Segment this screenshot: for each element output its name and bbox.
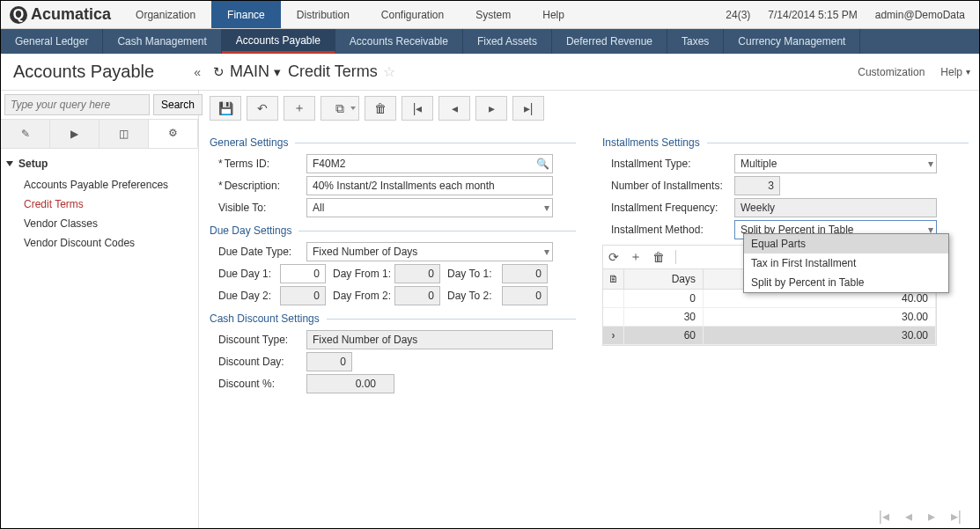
due-date-type-select[interactable] <box>306 242 553 261</box>
topnav-finance[interactable]: Finance <box>211 1 281 28</box>
topnav-distribution[interactable]: Distribution <box>281 1 365 28</box>
copy-icon: ⧉ <box>335 101 344 116</box>
inst-method-option-tax-first[interactable]: Tax in First Installment <box>744 253 948 273</box>
day-to1-input <box>502 264 548 283</box>
description-input[interactable] <box>306 176 553 195</box>
label-discount-type: Discount Type: <box>210 334 306 346</box>
label-terms-id: *Terms ID: <box>210 158 306 170</box>
pager: |◂ ◂ ▸ ▸| <box>879 508 962 525</box>
topbar: Q Acumatica Organization Finance Distrib… <box>1 1 979 29</box>
label-num-inst: Number of Installments: <box>602 180 734 192</box>
num-inst-input <box>734 176 780 195</box>
tree-item-vendor-discount-codes[interactable]: Vendor Discount Codes <box>6 233 193 253</box>
undo-icon: ↶ <box>257 101 268 115</box>
help-dropdown[interactable]: Help ▾ <box>940 66 970 78</box>
first-button[interactable]: |◂ <box>402 96 433 121</box>
table-refresh-icon[interactable]: ⟳ <box>608 250 619 264</box>
subnav-general-ledger[interactable]: General Ledger <box>1 29 103 54</box>
brand-text: Acumatica <box>31 5 111 24</box>
next-button[interactable]: ▸ <box>475 96 507 121</box>
visible-to-select[interactable] <box>306 198 553 217</box>
delete-button[interactable]: 🗑 <box>365 96 396 121</box>
favorite-star-icon[interactable]: ☆ <box>383 63 395 80</box>
caret-down-icon <box>6 161 13 166</box>
breadcrumb-main[interactable]: MAIN ▾ <box>230 62 281 81</box>
tree-item-credit-terms[interactable]: Credit Terms <box>6 195 193 214</box>
sidebar-tab-settings[interactable]: ⚙ <box>149 120 198 148</box>
refresh-icon[interactable]: ↻ <box>213 64 225 80</box>
inst-freq-select <box>734 198 937 217</box>
search-input[interactable] <box>4 94 150 115</box>
pager-last-icon[interactable]: ▸| <box>951 508 962 525</box>
tree: Setup Accounts Payable Preferences Credi… <box>1 149 198 261</box>
label-day-to2: Day To 2: <box>440 290 502 302</box>
table-delete-icon[interactable]: 🗑 <box>652 250 665 264</box>
right-column: Installments Settings Installment Type: … <box>602 129 969 396</box>
label-day-to1: Day To 1: <box>440 268 502 280</box>
row-selector-header: 🗎 <box>603 269 624 289</box>
subnav-deferred-revenue[interactable]: Deferred Revenue <box>552 29 667 54</box>
label-discount-pct: Discount %: <box>210 378 306 390</box>
due-day2-input <box>280 286 326 305</box>
topbar-right: 24(3) 7/14/2014 5:15 PM admin@DemoData <box>726 9 979 21</box>
discount-pct-input <box>306 374 394 393</box>
add-button[interactable]: ＋ <box>284 96 315 121</box>
collapse-sidebar-icon[interactable]: « <box>194 65 201 79</box>
inst-type-select[interactable] <box>734 154 937 173</box>
table-row[interactable]: 60 30.00 <box>603 327 936 345</box>
subnav-taxes[interactable]: Taxes <box>667 29 724 54</box>
last-icon: ▸| <box>524 101 534 115</box>
notification-count[interactable]: 24(3) <box>726 9 750 21</box>
discount-day-input <box>306 352 352 371</box>
brand-logo: Q Acumatica <box>1 5 120 24</box>
subnav-accounts-payable[interactable]: Accounts Payable <box>222 29 335 54</box>
chart-icon: ◫ <box>119 128 129 140</box>
trash-icon: 🗑 <box>374 101 387 115</box>
search-button[interactable]: Search <box>153 94 203 115</box>
tree-root-setup[interactable]: Setup <box>6 158 193 170</box>
module-header: Accounts Payable « ↻ MAIN ▾ Credit Terms… <box>1 54 979 91</box>
pager-next-icon[interactable]: ▸ <box>928 508 935 525</box>
breadcrumb: ↻ MAIN ▾ Credit Terms ☆ <box>213 62 395 81</box>
label-inst-type: Installment Type: <box>602 158 734 170</box>
table-row[interactable]: 30 30.00 <box>603 308 936 327</box>
page-title: Credit Terms <box>288 62 378 81</box>
due-day1-input[interactable] <box>280 264 326 283</box>
subnav-cash-management[interactable]: Cash Management <box>103 29 221 54</box>
tree-item-ap-preferences[interactable]: Accounts Payable Preferences <box>6 175 193 195</box>
inst-method-option-equal-parts[interactable]: Equal Parts <box>744 234 948 253</box>
sidebar-tab-edit[interactable]: ✎ <box>1 120 50 148</box>
tree-item-vendor-classes[interactable]: Vendor Classes <box>6 214 193 233</box>
inst-method-option-split-percent[interactable]: Split by Percent in Table <box>744 273 948 292</box>
subnav-currency-management[interactable]: Currency Management <box>724 29 860 54</box>
prev-button[interactable]: ◂ <box>438 96 470 121</box>
label-day-from2: Day From 2: <box>326 290 394 302</box>
section-general: General Settings <box>210 136 576 149</box>
pager-prev-icon[interactable]: ◂ <box>905 508 912 525</box>
subnav-accounts-receivable[interactable]: Accounts Receivable <box>335 29 463 54</box>
undo-button[interactable]: ↶ <box>247 96 278 121</box>
user-label[interactable]: admin@DemoData <box>875 9 965 21</box>
topnav-organization[interactable]: Organization <box>120 1 211 28</box>
table-add-icon[interactable]: ＋ <box>630 249 642 265</box>
copy-button[interactable]: ⧉ <box>321 96 359 121</box>
brand-icon: Q <box>10 6 27 24</box>
topnav-configuration[interactable]: Configuration <box>365 1 460 28</box>
form-columns: General Settings *Terms ID: 🔍 *Descripti… <box>210 129 969 396</box>
sidebar-tab-run[interactable]: ▶ <box>50 120 99 148</box>
inst-method-dropdown[interactable]: Equal Parts Tax in First Installment Spl… <box>743 233 949 293</box>
col-days[interactable]: Days <box>624 269 704 289</box>
plus-icon: ＋ <box>293 100 306 116</box>
label-due-day2: Due Day 2: <box>210 290 280 302</box>
topnav-help[interactable]: Help <box>527 1 580 28</box>
subnav-fixed-assets[interactable]: Fixed Assets <box>463 29 552 54</box>
topnav-system[interactable]: System <box>460 1 527 28</box>
form-toolbar: 💾 ↶ ＋ ⧉ 🗑 |◂ ◂ ▸ ▸| <box>210 96 969 121</box>
last-button[interactable]: ▸| <box>512 96 544 121</box>
save-button[interactable]: 💾 <box>210 96 241 121</box>
pager-first-icon[interactable]: |◂ <box>879 508 889 525</box>
terms-id-input[interactable] <box>306 154 553 173</box>
gear-icon: ⚙ <box>168 127 178 139</box>
sidebar-tab-reports[interactable]: ◫ <box>99 120 149 148</box>
customization-link[interactable]: Customization <box>858 66 925 78</box>
